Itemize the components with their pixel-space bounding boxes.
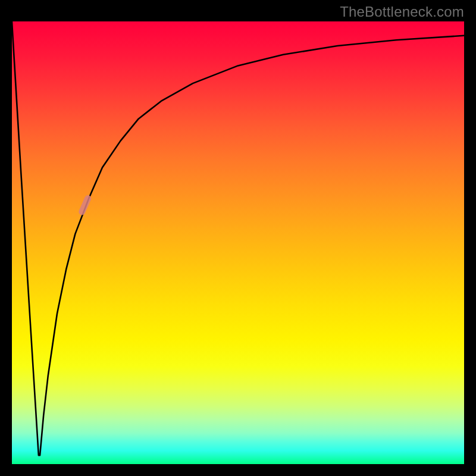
chart-svg [12,21,464,464]
plot-area [12,21,464,464]
watermark-text: TheBottleneck.com [340,4,464,20]
chart-frame: TheBottleneck.com [0,0,476,476]
bottleneck-curve [12,21,464,455]
highlight-segment [82,199,88,212]
curve-line [12,21,464,455]
